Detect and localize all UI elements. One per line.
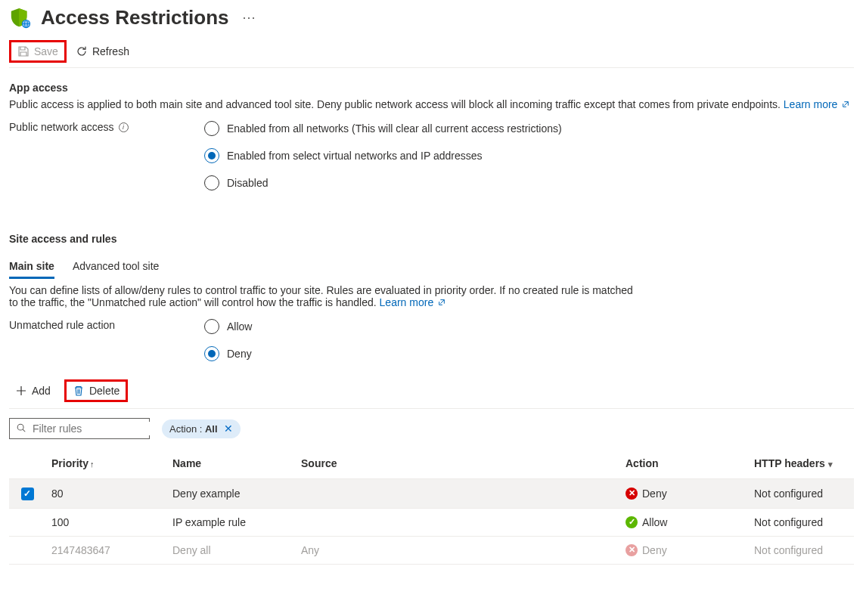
app-access-learn-more-link[interactable]: Learn more (784, 98, 849, 110)
table-row[interactable]: 100IP example rule✓AllowNot configured (9, 508, 854, 536)
column-header-http-headers[interactable]: HTTP headers▾ (748, 448, 854, 479)
public-network-access-label: Public network access i (9, 121, 204, 133)
priority-cell: 2147483647 (45, 536, 166, 564)
deny-icon: ✕ (626, 488, 638, 500)
radio-unmatched-deny[interactable]: Deny (204, 346, 252, 361)
filter-rules-input[interactable] (9, 418, 150, 439)
source-cell: Any (295, 536, 619, 564)
radio-icon (204, 175, 219, 190)
tab-advanced-tool-site[interactable]: Advanced tool site (73, 255, 159, 279)
page-title: Access Restrictions (41, 6, 229, 29)
page-header: Access Restrictions ··· (9, 6, 854, 29)
delete-button[interactable]: Delete (64, 379, 128, 402)
rules-toolbar: Add Delete (9, 379, 854, 409)
radio-disabled[interactable]: Disabled (204, 175, 562, 190)
priority-cell: 80 (45, 479, 166, 509)
save-button[interactable]: Save (9, 40, 67, 63)
deny-icon: ✕ (626, 544, 638, 556)
filter-input-field[interactable] (31, 422, 166, 435)
http-headers-cell: Not configured (748, 479, 854, 509)
column-header-source[interactable]: Source (295, 448, 619, 479)
action-cell: ✕Deny (619, 479, 748, 509)
name-cell: Deny all (166, 536, 295, 564)
radio-enabled-select[interactable]: Enabled from select virtual networks and… (204, 148, 562, 163)
tab-main-site[interactable]: Main site (9, 255, 54, 279)
allow-icon: ✓ (626, 516, 638, 528)
column-header-name[interactable]: Name (166, 448, 295, 479)
radio-enabled-all[interactable]: Enabled from all networks (This will cle… (204, 121, 562, 136)
name-cell: Deny example (166, 479, 295, 509)
save-icon (17, 45, 29, 57)
name-cell: IP example rule (166, 508, 295, 536)
http-headers-cell: Not configured (748, 508, 854, 536)
radio-icon (204, 319, 219, 334)
radio-icon (204, 121, 219, 136)
more-menu-icon[interactable]: ··· (243, 10, 256, 26)
chevron-down-icon: ▾ (828, 460, 833, 469)
refresh-label: Refresh (92, 45, 129, 57)
command-bar: Save Refresh (9, 40, 854, 68)
source-cell (295, 479, 619, 509)
external-link-icon (438, 296, 445, 304)
source-cell (295, 508, 619, 536)
http-headers-cell: Not configured (748, 536, 854, 564)
site-access-description: You can define lists of allow/deny rules… (9, 284, 637, 308)
priority-cell: 100 (45, 508, 166, 536)
external-link-icon (842, 98, 849, 106)
row-checkbox[interactable] (21, 488, 34, 500)
app-access-heading: App access (9, 82, 854, 94)
column-header-checkbox[interactable] (9, 448, 45, 479)
table-row[interactable]: 2147483647Deny allAny✕DenyNot configured (9, 536, 854, 564)
add-button[interactable]: Add (9, 382, 57, 400)
search-icon (16, 423, 26, 435)
plus-icon (15, 385, 27, 397)
info-icon[interactable]: i (119, 122, 129, 132)
unmatched-rule-action-radiogroup: Allow Deny (204, 319, 252, 361)
app-access-description: Public access is applied to both main si… (9, 98, 854, 110)
close-icon[interactable]: ✕ (224, 423, 233, 434)
save-label: Save (34, 45, 58, 57)
radio-icon (204, 148, 219, 163)
site-access-learn-more-link[interactable]: Learn more (380, 296, 445, 308)
svg-point-4 (17, 424, 23, 430)
trash-icon (73, 385, 85, 397)
public-network-access-radiogroup: Enabled from all networks (This will cle… (204, 121, 562, 190)
filter-row: Action : All ✕ (9, 418, 854, 439)
radio-unmatched-allow[interactable]: Allow (204, 319, 252, 334)
site-access-heading: Site access and rules (9, 233, 854, 245)
rules-table: Priority↑ Name Source Action HTTP header… (9, 448, 854, 565)
sort-ascending-icon: ↑ (90, 460, 95, 469)
radio-icon (204, 346, 219, 361)
action-cell: ✕Deny (619, 536, 748, 564)
action-filter-pill[interactable]: Action : All ✕ (162, 419, 241, 438)
shield-icon (9, 7, 32, 29)
site-tabs: Main site Advanced tool site (9, 255, 854, 280)
action-cell: ✓Allow (619, 508, 748, 536)
table-row[interactable]: 80Deny example✕DenyNot configured (9, 479, 854, 509)
column-header-priority[interactable]: Priority↑ (45, 448, 166, 479)
column-header-action[interactable]: Action (619, 448, 748, 479)
refresh-button[interactable]: Refresh (70, 42, 135, 60)
refresh-icon (76, 45, 88, 57)
unmatched-rule-action-label: Unmatched rule action (9, 319, 204, 331)
